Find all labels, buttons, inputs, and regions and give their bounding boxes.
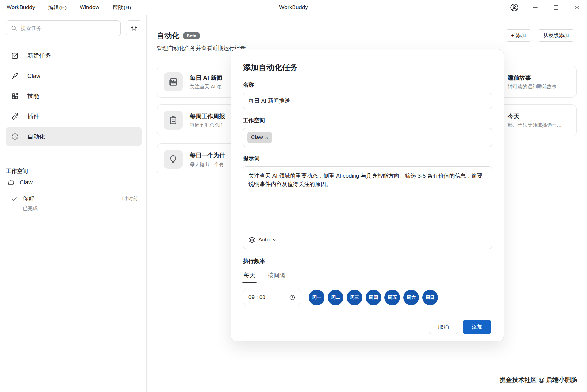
tag-remove-icon[interactable]: × bbox=[265, 135, 268, 140]
close-icon[interactable] bbox=[571, 2, 582, 13]
day-friday[interactable]: 周五 bbox=[384, 290, 400, 305]
time-picker[interactable]: 09 : 00 bbox=[243, 289, 301, 306]
template-card-subtitle: 每天抛出一个有 bbox=[190, 161, 225, 167]
sidebar-item-label: Claw bbox=[27, 73, 40, 80]
window-controls bbox=[509, 0, 582, 15]
add-automation-modal: 添加自动化任务 名称 工作空间 Claw × 提示词 关注当天 AI 领域的重要… bbox=[231, 49, 504, 341]
modal-title: 添加自动化任务 bbox=[243, 62, 491, 73]
prompt-label: 提示词 bbox=[243, 155, 491, 162]
blocks-icon bbox=[11, 92, 19, 100]
day-wednesday[interactable]: 周三 bbox=[347, 290, 362, 305]
window-title: WorkBuddy bbox=[0, 0, 587, 15]
task-search[interactable] bbox=[6, 20, 121, 36]
sidebar-item-skills[interactable]: 技能 bbox=[6, 87, 142, 106]
titlebar: WorkBuddy 编辑(E) Window 帮助(H) WorkBuddy bbox=[0, 0, 587, 15]
template-card-subtitle: 钟可读的温和睡前故事… bbox=[508, 84, 562, 90]
task-check-icon bbox=[11, 52, 19, 60]
sidebar-item-plugins[interactable]: 插件 bbox=[6, 107, 142, 126]
model-selector-label: Auto bbox=[258, 237, 270, 243]
clipboard-icon bbox=[164, 111, 183, 130]
template-card-title: 睡前故事 bbox=[508, 74, 562, 82]
folder-open-icon bbox=[7, 179, 15, 186]
sidebar-item-label: 新建任务 bbox=[27, 52, 51, 60]
template-card-subtitle: 影、音乐等领域挑选一… bbox=[508, 122, 562, 128]
day-monday[interactable]: 周一 bbox=[309, 290, 324, 305]
recent-task[interactable]: 你好 1小时前 已完成 bbox=[11, 195, 138, 211]
weekday-selector: 周一 周二 周三 周四 周五 周六 周日 bbox=[309, 290, 438, 305]
template-card-title: 今天 bbox=[508, 112, 562, 120]
prompt-container: 关注当天 AI 领域的重要动态，侧重 AI coding 与具身智能方向。筛选 … bbox=[243, 166, 492, 249]
template-card-title: 每日一个为什 bbox=[190, 152, 225, 159]
sidebar-item-automation[interactable]: 自动化 bbox=[6, 127, 142, 146]
frequency-tabs: 每天 按间隔 bbox=[243, 269, 491, 283]
add-button[interactable]: + 添加 bbox=[505, 29, 532, 42]
recent-task-time: 1小时前 bbox=[121, 196, 138, 202]
page-title: 自动化 bbox=[157, 31, 179, 41]
clock-small-icon bbox=[289, 294, 295, 301]
add-from-template-button[interactable]: 从模版添加 bbox=[537, 29, 575, 42]
feather-icon bbox=[11, 72, 19, 80]
name-label: 名称 bbox=[243, 81, 491, 89]
clock-icon bbox=[11, 133, 19, 140]
recent-task-status: 已完成 bbox=[23, 205, 138, 211]
prompt-textarea[interactable]: 关注当天 AI 领域的重要动态，侧重 AI coding 与具身智能方向。筛选 … bbox=[243, 167, 492, 230]
maximize-icon[interactable] bbox=[550, 2, 562, 13]
sidebar-item-label: 技能 bbox=[27, 92, 39, 100]
day-saturday[interactable]: 周六 bbox=[403, 290, 419, 305]
newspaper-icon bbox=[164, 72, 183, 91]
check-icon bbox=[11, 196, 18, 202]
sliders-icon bbox=[130, 25, 138, 32]
chevron-down-icon bbox=[272, 238, 277, 242]
sidebar-item-new-task[interactable]: 新建任务 bbox=[6, 46, 142, 65]
sidebar-item-label: 插件 bbox=[27, 112, 39, 120]
template-card-subtitle: 关注当天 AI 领 bbox=[190, 84, 222, 90]
workspace-item-claw[interactable]: Claw bbox=[7, 179, 33, 186]
sidebar: 新建任务 Claw 技能 插件 自动化 工作空间 Claw bbox=[0, 15, 147, 392]
template-card-subtitle: 每周五汇总仓库 bbox=[190, 122, 225, 128]
template-card-title: 每日 AI 新闻 bbox=[190, 74, 222, 82]
watermark: 掘金技术社区 @ 后端小肥肠 bbox=[500, 376, 577, 384]
workspace-header: 工作空间 bbox=[6, 167, 28, 175]
day-tuesday[interactable]: 周二 bbox=[328, 290, 343, 305]
search-input[interactable] bbox=[21, 25, 116, 31]
frequency-label: 执行频率 bbox=[243, 257, 491, 265]
minimize-icon[interactable] bbox=[530, 2, 541, 13]
beta-badge: Beta bbox=[183, 32, 200, 39]
bulb-icon bbox=[164, 150, 183, 169]
time-value: 09 : 00 bbox=[248, 294, 265, 301]
submit-add-button[interactable]: 添加 bbox=[463, 320, 491, 334]
day-thursday[interactable]: 周四 bbox=[366, 290, 381, 305]
app-window: WorkBuddy 编辑(E) Window 帮助(H) WorkBuddy bbox=[0, 0, 587, 392]
workspace-tag[interactable]: Claw × bbox=[247, 132, 272, 143]
name-field[interactable] bbox=[243, 93, 492, 109]
template-card-title: 每周工作周报 bbox=[190, 112, 225, 120]
tab-daily[interactable]: 每天 bbox=[243, 269, 256, 283]
workspace-label: 工作空间 bbox=[243, 117, 491, 124]
sidebar-item-claw[interactable]: Claw bbox=[6, 66, 142, 85]
workspace-select[interactable]: Claw × bbox=[243, 128, 492, 147]
layers-icon bbox=[248, 236, 256, 243]
account-avatar-icon[interactable] bbox=[509, 2, 520, 13]
recent-task-title: 你好 bbox=[23, 195, 35, 203]
filter-button[interactable] bbox=[126, 20, 142, 36]
tab-interval[interactable]: 按间隔 bbox=[267, 269, 286, 283]
cancel-button[interactable]: 取消 bbox=[429, 320, 458, 334]
plug-icon bbox=[11, 112, 19, 120]
workspace-item-label: Claw bbox=[20, 179, 33, 186]
workspace-tag-label: Claw bbox=[251, 135, 263, 140]
search-icon bbox=[11, 25, 17, 32]
model-selector[interactable]: Auto bbox=[248, 236, 277, 243]
day-sunday[interactable]: 周日 bbox=[422, 290, 438, 305]
sidebar-item-label: 自动化 bbox=[27, 133, 45, 140]
